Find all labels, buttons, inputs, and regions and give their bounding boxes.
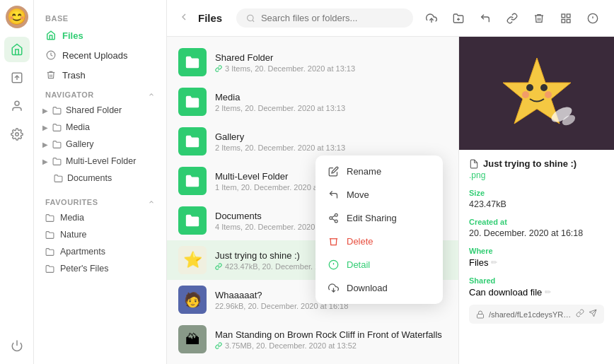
trash-label: Trash xyxy=(62,70,86,81)
svg-point-28 xyxy=(526,84,533,91)
delete-btn[interactable] xyxy=(529,8,549,28)
where-label: Where xyxy=(469,247,604,255)
image-thumb: ⭐ xyxy=(178,246,207,274)
fav-peters-files[interactable]: Peter's Files xyxy=(34,260,166,277)
share-btn[interactable] xyxy=(589,309,597,319)
detail-preview xyxy=(459,37,614,150)
detail-path-actions xyxy=(576,309,597,319)
home-icon xyxy=(45,30,57,41)
file-info: Media 2 Items, 20. December. 2020 at 13:… xyxy=(215,92,447,112)
folder-thumb xyxy=(178,127,207,155)
size-value: 423.47kB xyxy=(469,199,604,209)
nav-share[interactable] xyxy=(4,93,30,119)
recent-icon xyxy=(45,49,57,61)
nav-media[interactable]: ▶ Media xyxy=(34,119,166,136)
topbar: Files xyxy=(167,0,614,37)
context-move[interactable]: Move xyxy=(315,183,443,206)
download-icon xyxy=(327,283,340,293)
files-label: Files xyxy=(62,30,83,41)
collapse-btn[interactable] xyxy=(178,11,190,25)
svg-point-6 xyxy=(248,15,253,20)
svg-point-29 xyxy=(540,84,548,91)
file-row[interactable]: Media 2 Items, 20. December. 2020 at 13:… xyxy=(167,82,458,122)
fav-nature[interactable]: Nature xyxy=(34,226,166,243)
file-name: Shared Folder xyxy=(215,52,447,63)
icon-bar: 😊 xyxy=(0,0,34,364)
svg-line-7 xyxy=(253,20,254,21)
context-menu: Rename Move Edit Sharing Delete xyxy=(315,155,443,304)
svg-point-30 xyxy=(522,91,529,98)
file-meta: 2 Items, 20. December. 2020 at 13:13 xyxy=(215,143,447,152)
file-name: Man Standing on Brown Rock Cliff in Fron… xyxy=(215,329,447,340)
new-folder-btn[interactable] xyxy=(448,8,468,28)
svg-rect-13 xyxy=(562,19,565,23)
file-row[interactable]: Shared Folder 3 Items, 20. December. 202… xyxy=(167,42,458,82)
nav-shared-folder[interactable]: ▶ Shared Folder xyxy=(34,102,166,119)
base-section-title: Base xyxy=(34,8,166,25)
context-edit-sharing[interactable]: Edit Sharing xyxy=(315,206,443,230)
nav-power[interactable] xyxy=(4,333,30,358)
sidebar-item-recent[interactable]: Recent Uploads xyxy=(34,45,166,65)
shared-label: Shared xyxy=(469,276,604,285)
nav-files[interactable] xyxy=(4,37,30,62)
shared-edit-icon[interactable]: ✏ xyxy=(545,288,551,297)
detail-createdat-section: Created at 20. December. 2020 at 16:18 xyxy=(469,218,604,238)
svg-point-31 xyxy=(545,91,552,98)
upload-cloud-btn[interactable] xyxy=(422,8,441,28)
favourites-section-title: Favourites xyxy=(34,192,166,209)
context-detail[interactable]: Detail xyxy=(315,253,443,276)
file-name: Gallery xyxy=(215,131,447,142)
svg-point-2 xyxy=(15,101,19,105)
shared-value: Can download file ✏ xyxy=(469,287,604,298)
context-rename[interactable]: Rename xyxy=(315,160,443,183)
lock-icon xyxy=(476,310,485,319)
fav-apartments[interactable]: Apartments xyxy=(34,243,166,260)
reply-btn[interactable] xyxy=(475,8,495,28)
detail-filename: Just trying to shine :) xyxy=(469,158,604,169)
grid-btn[interactable] xyxy=(556,8,576,28)
file-name: Media xyxy=(215,92,447,102)
nav-documents[interactable]: Documents xyxy=(34,170,166,187)
navigator-section-title: Navigator xyxy=(34,85,166,102)
info-btn[interactable] xyxy=(583,8,603,28)
search-input[interactable] xyxy=(261,13,403,23)
nav-gallery[interactable]: ▶ Gallery xyxy=(34,136,166,153)
detail-shared-section: Shared Can download file ✏ xyxy=(469,276,604,298)
context-download[interactable]: Download xyxy=(315,276,443,300)
trash-icon xyxy=(45,69,57,81)
svg-rect-14 xyxy=(567,19,570,23)
detail-size-section: Size 423.47kB xyxy=(469,189,604,209)
svg-rect-11 xyxy=(562,14,565,18)
avatar[interactable]: 😊 xyxy=(6,6,28,28)
file-row[interactable]: 🏔 Man Standing on Brown Rock Cliff in Fr… xyxy=(167,319,458,359)
sidebar-item-files[interactable]: Files xyxy=(34,25,166,45)
detail-where-section: Where Files ✏ xyxy=(469,247,604,268)
detail-path-row: /shared/fLe1cdeysYREL6... xyxy=(469,305,604,324)
link-indicator xyxy=(215,65,222,72)
detail-body: Just trying to shine :) .png Size 423.47… xyxy=(459,150,614,332)
svg-point-20 xyxy=(335,220,337,223)
context-delete[interactable]: Delete xyxy=(315,230,443,253)
svg-point-18 xyxy=(335,213,337,216)
fav-media[interactable]: Media xyxy=(34,209,166,226)
nav-upload[interactable] xyxy=(4,65,30,90)
image-thumb: 🧑 xyxy=(178,286,207,314)
file-meta: 3 Items, 20. December. 2020 at 13:13 xyxy=(215,64,447,73)
file-row[interactable]: pdf VueFileManager Documentation 18.30kB… xyxy=(167,359,458,364)
file-info: Gallery 2 Items, 20. December. 2020 at 1… xyxy=(215,131,447,152)
copy-link-btn[interactable] xyxy=(576,309,584,319)
nav-multilevel[interactable]: ▶ Multi-Level Folder xyxy=(34,153,166,170)
size-label: Size xyxy=(469,189,604,197)
createdat-label: Created at xyxy=(469,218,604,226)
link-btn[interactable] xyxy=(502,8,522,28)
folder-thumb xyxy=(178,167,207,195)
where-edit-icon[interactable]: ✏ xyxy=(491,258,497,267)
image-thumb: 🏔 xyxy=(178,325,207,353)
sidebar-item-trash[interactable]: Trash xyxy=(34,65,166,85)
nav-settings[interactable] xyxy=(4,122,30,147)
detail-icon xyxy=(327,259,340,270)
detail-path-text: /shared/fLe1cdeysYREL6... xyxy=(489,310,572,319)
detail-ext: .png xyxy=(469,170,604,180)
search-box[interactable] xyxy=(236,8,413,28)
topbar-actions xyxy=(422,8,603,28)
